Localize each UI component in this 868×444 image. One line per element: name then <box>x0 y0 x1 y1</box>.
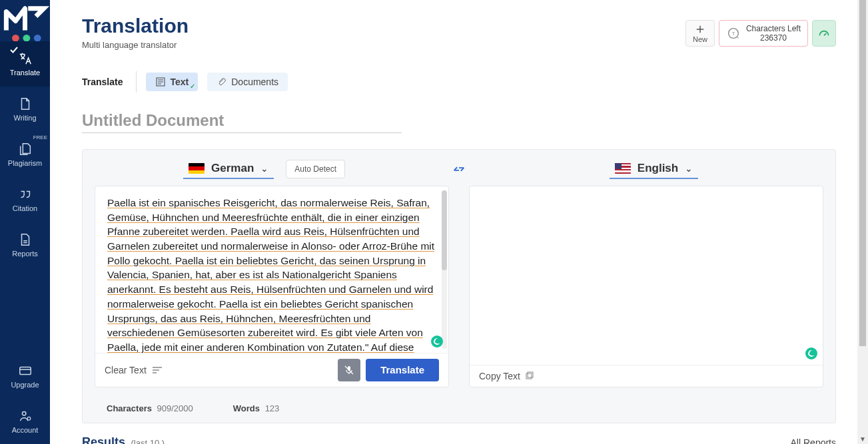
usa-flag-icon <box>615 163 631 174</box>
swap-languages-button[interactable] <box>446 162 472 176</box>
tab-label: Text <box>170 77 189 87</box>
results-row: Results (last 10 ) All Reports <box>82 435 836 444</box>
sidebar-item-translate[interactable]: Translate <box>0 41 50 87</box>
clear-text-button[interactable]: Clear Text <box>105 365 163 375</box>
sidebar-item-account[interactable]: Account <box>0 399 50 444</box>
words-stat: Words 123 <box>233 403 280 413</box>
new-button[interactable]: New <box>685 20 715 47</box>
header: Translation Multi language translator Ne… <box>50 0 868 50</box>
mic-button[interactable] <box>338 359 360 381</box>
source-scrollbar[interactable] <box>442 190 447 349</box>
stat-label: Characters <box>107 403 152 413</box>
source-text-content: Paella ist ein spanisches Reisgericht, d… <box>107 197 434 353</box>
text-icon <box>155 77 166 87</box>
chars-left-value: 236370 <box>760 33 787 43</box>
check-icon: ✓ <box>190 83 195 90</box>
subnav: Translate Text ✓ Documents <box>50 50 868 93</box>
sidebar-item-label: Translate <box>10 69 40 77</box>
source-lang-name: German <box>211 162 254 175</box>
stat-label: Words <box>233 403 260 413</box>
source-language-select[interactable]: German ⌄ <box>183 159 274 179</box>
sidebar-item-writing[interactable]: Writing <box>0 87 50 132</box>
speed-button[interactable] <box>812 20 836 47</box>
sidebar-item-label: Writing <box>13 114 36 122</box>
svg-rect-11 <box>528 372 533 377</box>
document-title-input[interactable] <box>82 109 402 133</box>
report-icon <box>18 232 33 247</box>
all-reports-link[interactable]: All Reports <box>791 437 836 444</box>
quote-icon <box>18 187 33 202</box>
subnav-label: Translate <box>82 71 137 93</box>
translate-button[interactable]: Translate <box>366 359 439 381</box>
translate-icon <box>18 51 33 66</box>
sidebar-item-citation[interactable]: Citation <box>0 177 50 222</box>
logo[interactable] <box>0 0 50 41</box>
plus-icon <box>694 23 706 35</box>
main-content: Translation Multi language translator Ne… <box>50 0 868 444</box>
tab-documents[interactable]: Documents <box>207 73 288 91</box>
characters-left-box[interactable]: T Characters Left 236370 <box>719 20 808 47</box>
germany-flag-icon <box>189 163 205 174</box>
stat-value: 123 <box>265 403 280 413</box>
translate-box: German ⌄ Auto Detect English ⌄ <box>82 149 836 423</box>
gauge-icon <box>817 27 831 40</box>
mic-off-icon <box>344 365 354 375</box>
sidebar-item-upgrade[interactable]: Upgrade <box>0 353 50 399</box>
copy-text-button[interactable]: Copy Text <box>479 371 534 381</box>
grammarly-icon[interactable] <box>805 347 817 359</box>
target-pane: Copy Text <box>469 186 823 387</box>
check-icon <box>9 45 19 57</box>
free-badge: FREE <box>33 134 47 140</box>
sidebar: Translate Writing FREE Plagiarism Citati… <box>0 0 50 444</box>
account-icon <box>18 409 33 423</box>
source-textarea[interactable]: Paella ist ein spanisches Reisgericht, d… <box>95 186 448 353</box>
chevron-down-icon: ⌄ <box>260 163 268 174</box>
tab-text[interactable]: Text ✓ <box>146 73 198 91</box>
svg-rect-10 <box>526 373 532 379</box>
chars-left-label: Characters Left <box>746 24 801 33</box>
page-subtitle: Multi language translator <box>82 40 189 50</box>
char-count-icon: T <box>726 26 741 41</box>
target-language-select[interactable]: English ⌄ <box>610 159 698 179</box>
files-icon <box>18 142 33 156</box>
new-label: New <box>693 35 707 43</box>
target-lang-name: English <box>638 162 678 175</box>
stat-value: 909/2000 <box>157 403 193 413</box>
sidebar-item-label: Upgrade <box>11 381 39 389</box>
chevron-down-icon: ⌄ <box>685 163 693 174</box>
attachment-icon <box>217 77 227 87</box>
file-icon <box>18 97 33 111</box>
sidebar-item-label: Reports <box>12 250 38 258</box>
auto-detect-button[interactable]: Auto Detect <box>286 160 345 178</box>
page-scrollbar[interactable]: ▼ <box>857 0 868 444</box>
results-label: Results <box>82 435 125 444</box>
svg-text:T: T <box>732 31 735 37</box>
svg-rect-3 <box>19 367 31 375</box>
copy-text-label: Copy Text <box>479 371 520 381</box>
svg-point-1 <box>23 34 30 41</box>
svg-point-2 <box>34 34 41 41</box>
tab-label: Documents <box>231 77 278 87</box>
svg-point-0 <box>12 34 19 41</box>
clear-icon <box>152 366 163 374</box>
document-title-wrap <box>82 109 868 133</box>
svg-point-4 <box>22 412 26 416</box>
target-textarea[interactable] <box>470 186 823 353</box>
characters-stat: Characters 909/2000 <box>107 403 193 413</box>
card-icon <box>18 363 33 378</box>
page-title: Translation <box>82 15 189 37</box>
clear-text-label: Clear Text <box>105 365 147 375</box>
copy-icon <box>524 371 534 381</box>
sidebar-item-plagiarism[interactable]: FREE Plagiarism <box>0 132 50 177</box>
swap-icon <box>452 162 466 176</box>
sidebar-item-reports[interactable]: Reports <box>0 222 50 268</box>
scroll-down-icon: ▼ <box>859 435 866 443</box>
sidebar-item-label: Citation <box>13 204 37 212</box>
stats-row: Characters 909/2000 Words 123 <box>83 397 835 423</box>
sidebar-item-label: Account <box>12 426 39 434</box>
svg-point-5 <box>27 417 31 420</box>
source-pane: Paella ist ein spanisches Reisgericht, d… <box>95 186 449 387</box>
grammarly-icon[interactable] <box>431 335 443 347</box>
sidebar-item-label: Plagiarism <box>8 159 42 167</box>
results-last10: (last 10 ) <box>131 438 165 444</box>
